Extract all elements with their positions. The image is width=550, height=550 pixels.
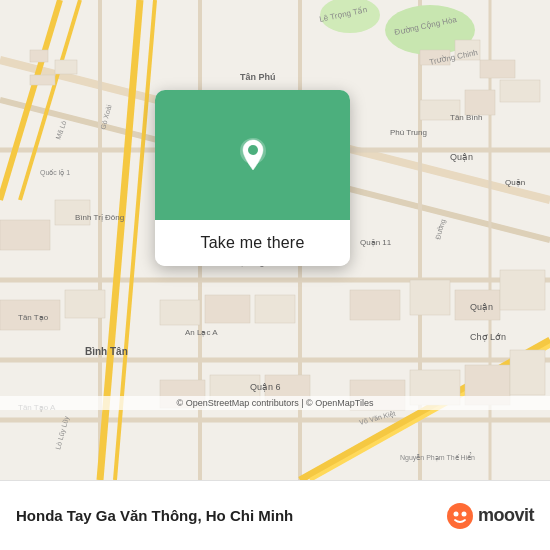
svg-text:Bình Trị Đông: Bình Trị Đông bbox=[75, 213, 124, 222]
place-name: Honda Tay Ga Văn Thông, Ho Chi Minh bbox=[16, 507, 436, 524]
map-pin-icon bbox=[234, 136, 272, 174]
moovit-icon bbox=[446, 502, 474, 530]
svg-text:Tân Tạo: Tân Tạo bbox=[18, 313, 49, 322]
svg-text:Quốc lộ 1: Quốc lộ 1 bbox=[40, 169, 70, 177]
svg-rect-34 bbox=[410, 280, 450, 315]
svg-text:Chợ Lớn: Chợ Lớn bbox=[470, 332, 506, 342]
svg-text:Tân Bình: Tân Bình bbox=[450, 113, 482, 122]
moovit-logo: moovit bbox=[446, 502, 534, 530]
svg-text:Phú Trung: Phú Trung bbox=[390, 128, 427, 137]
svg-rect-36 bbox=[500, 270, 545, 310]
take-me-there-button[interactable]: Take me there bbox=[155, 220, 350, 266]
svg-rect-33 bbox=[350, 290, 400, 320]
svg-rect-20 bbox=[30, 50, 48, 62]
map-attribution: © OpenStreetMap contributors | © OpenMap… bbox=[0, 396, 550, 410]
svg-text:Quận: Quận bbox=[470, 302, 493, 312]
svg-rect-44 bbox=[160, 300, 200, 325]
svg-text:Quận: Quận bbox=[450, 152, 473, 162]
svg-rect-32 bbox=[65, 290, 105, 318]
svg-rect-27 bbox=[465, 90, 495, 115]
svg-point-76 bbox=[248, 145, 258, 155]
map-container: Lê Trọng Tấn Đường Cộng Hòa Trường Chinh… bbox=[0, 0, 550, 480]
svg-rect-28 bbox=[500, 80, 540, 102]
svg-rect-46 bbox=[255, 295, 295, 323]
svg-point-77 bbox=[447, 503, 473, 529]
svg-rect-21 bbox=[55, 60, 77, 74]
svg-text:Quận 6: Quận 6 bbox=[250, 382, 281, 392]
svg-text:Tân Phú: Tân Phú bbox=[240, 72, 276, 82]
svg-text:An Lạc A: An Lạc A bbox=[185, 328, 218, 337]
moovit-text: moovit bbox=[478, 505, 534, 526]
svg-rect-45 bbox=[205, 295, 250, 323]
svg-rect-25 bbox=[480, 60, 515, 78]
svg-rect-40 bbox=[510, 350, 545, 395]
bottom-bar: Honda Tay Ga Văn Thông, Ho Chi Minh moov… bbox=[0, 480, 550, 550]
svg-text:Quận: Quận bbox=[505, 178, 525, 187]
svg-point-79 bbox=[461, 511, 466, 516]
popup-card: Take me there bbox=[155, 90, 350, 266]
svg-point-78 bbox=[453, 511, 458, 516]
popup-map-area bbox=[155, 90, 350, 220]
svg-text:Bình Tân: Bình Tân bbox=[85, 346, 128, 357]
svg-rect-29 bbox=[0, 220, 50, 250]
svg-rect-22 bbox=[30, 75, 55, 85]
svg-text:Nguyễn Phạm Thế Hiển: Nguyễn Phạm Thế Hiển bbox=[400, 452, 475, 462]
svg-text:Quận 11: Quận 11 bbox=[360, 238, 392, 247]
